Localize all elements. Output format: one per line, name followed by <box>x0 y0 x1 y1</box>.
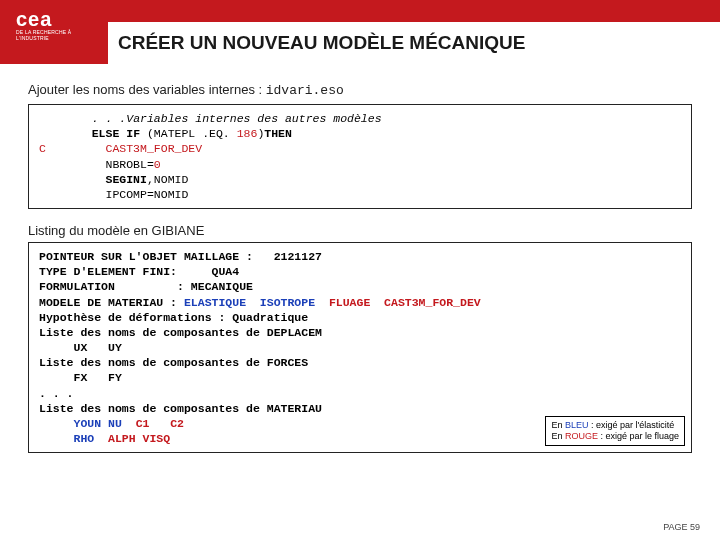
code2-l12c: C1 C2 <box>136 417 184 430</box>
code1-l4a: NBROBL= <box>106 158 154 171</box>
code2-l13c: ALPH VISQ <box>108 432 170 445</box>
legend-l1b: BLEU <box>565 420 589 430</box>
code1-l2b: (MATEPL .EQ. <box>147 127 237 140</box>
section-2-title: Listing du modèle en GIBIANE <box>28 223 692 238</box>
code2-l8: Liste des noms de composantes de FORCES <box>39 355 681 370</box>
code1-l2e: THEN <box>264 127 292 140</box>
legend-l1a: En <box>551 420 565 430</box>
code1-l6: IPCOMP=NOMID <box>106 188 189 201</box>
header-band: cea DE LA RECHERCHE À L'INDUSTRIE CRÉER … <box>0 0 720 64</box>
code2-l13a <box>39 432 74 445</box>
code2-l11: Liste des noms de composantes de MATERIA… <box>39 401 681 416</box>
legend-l1c: : exigé par l'élasticité <box>588 420 674 430</box>
slide-title: CRÉER UN NOUVEAU MODÈLE MÉCANIQUE <box>118 28 535 58</box>
code1-l2a: ELSE IF <box>92 127 147 140</box>
code1-l4b: 0 <box>154 158 161 171</box>
code2-l6: Liste des noms de composantes de DEPLACE… <box>39 325 681 340</box>
code2-l7: UX UY <box>39 340 681 355</box>
code-block-1: . . .Variables internes des autres modèl… <box>28 104 692 209</box>
legend-l2c: : exigé par le fluage <box>598 431 679 441</box>
code2-l4a: MODELE DE MATERIAU : <box>39 296 184 309</box>
code2-l4d: CAST3M_FOR_DEV <box>384 296 481 309</box>
logo-subtitle: DE LA RECHERCHE À L'INDUSTRIE <box>16 29 76 41</box>
intro-filename: idvari.eso <box>266 83 344 98</box>
code2-l12a <box>39 417 74 430</box>
page-number: PAGE 59 <box>663 522 700 532</box>
code2-l12b: YOUN NU <box>74 417 136 430</box>
code2-l13b: RHO <box>74 432 109 445</box>
code2-l5: Hypothèse de déformations : Quadratique <box>39 310 681 325</box>
code1-l2c: 186 <box>237 127 258 140</box>
legend-box: En BLEU : exigé par l'élasticité En ROUG… <box>545 416 685 447</box>
intro-text: Ajouter les noms des variables internes … <box>28 82 266 97</box>
code2-l1: POINTEUR SUR L'OBJET MAILLAGE : 2121127 <box>39 249 681 264</box>
code1-l5a: SEGINI <box>106 173 147 186</box>
code2-l2: TYPE D'ELEMENT FINI: QUA4 <box>39 264 681 279</box>
content-area: Ajouter les noms des variables internes … <box>0 64 720 453</box>
code1-l3: CAST3M_FOR_DEV <box>106 142 203 155</box>
code2-l4b: ELASTIQUE ISOTROPE <box>184 296 329 309</box>
code1-l5b: ,NOMID <box>147 173 188 186</box>
code1-l1b: Variables internes des autres modèles <box>126 112 381 125</box>
code2-l10: . . . <box>39 386 681 401</box>
code1-l1a: . . . <box>92 112 127 125</box>
code2-l4c: FLUAGE <box>329 296 384 309</box>
legend-l2a: En <box>551 431 565 441</box>
intro-line: Ajouter les noms des variables internes … <box>28 82 692 98</box>
legend-l2b: ROUGE <box>565 431 598 441</box>
cea-logo: cea DE LA RECHERCHE À L'INDUSTRIE <box>16 8 76 48</box>
logo-text: cea <box>16 8 76 31</box>
code-block-2: POINTEUR SUR L'OBJET MAILLAGE : 2121127 … <box>28 242 692 453</box>
code1-margin-c: C <box>39 141 71 156</box>
code2-l3: FORMULATION : MECANIQUE <box>39 279 681 294</box>
code2-l9: FX FY <box>39 370 681 385</box>
